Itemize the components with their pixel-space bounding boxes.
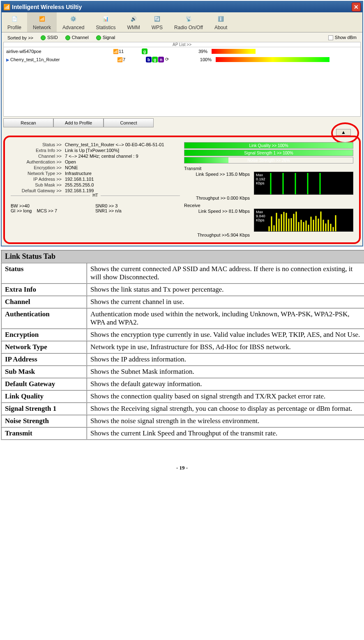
table-row: Link QualityShows the connection quality…	[1, 390, 364, 403]
tab-profile[interactable]: 📄Profile	[2, 12, 27, 32]
tab-about[interactable]: ℹ️About	[209, 12, 233, 32]
ap-row[interactable]: Cherry_test_11n_Router📶7bgn⟳100%	[4, 55, 360, 64]
ht-snr0: SNR0 >> 3	[95, 203, 180, 208]
transmit-title: Transmit	[184, 166, 353, 171]
status-left: Status >>Cherry_test_11n_Router <--> 00-…	[11, 141, 180, 238]
tx-graph: Max 0.192 Kbps	[254, 172, 353, 195]
ht-divider: HT	[11, 196, 180, 201]
window-body: Sorted by >> SSID Channel Signal Show dB…	[2, 32, 362, 246]
status-panel: Status >>Cherry_test_11n_Router <--> 00-…	[3, 136, 361, 244]
status-kv: Default Gateway >>192.168.1.199	[11, 188, 180, 193]
rescan-button[interactable]: Rescan	[3, 118, 53, 127]
tab-network[interactable]: 📶Network	[27, 12, 57, 32]
table-row: Noise StrengthShows the noise signal str…	[1, 415, 364, 427]
ap-list: AP List >> airlive-wl5470poe📶11g39%Cherr…	[3, 42, 361, 117]
status-kv: Network Type >>Infrastructure	[11, 171, 180, 176]
doc-header: Link Status Tab	[1, 250, 364, 263]
table-row: AuthenticationAuthentication mode used w…	[1, 308, 364, 329]
page-number: - 19 -	[0, 465, 364, 471]
tab-advanced[interactable]: ⚙️Advanced	[57, 12, 90, 32]
sort-signal[interactable]: Signal	[96, 35, 115, 40]
table-row: TransmitShows the current Link Speed and…	[1, 427, 364, 440]
status-kv: Sub Mask >>255.255.255.0	[11, 182, 180, 187]
status-kv: Encryption >>NONE	[11, 165, 180, 170]
tab-wmm[interactable]: 🔊WMM	[121, 12, 145, 32]
sorted-by-label: Sorted by >>	[7, 35, 33, 40]
table-row: Network TypeNetwork type in use, Infrast…	[1, 341, 364, 353]
collapse-row: ▲	[3, 129, 361, 136]
table-row: EncryptionShows the encryption type curr…	[1, 329, 364, 341]
window-title: Intelligent Wireless Utiltiy	[12, 4, 352, 10]
rx-graph: Max 9.840 Kbps	[254, 209, 353, 232]
sort-channel[interactable]: Channel	[65, 35, 89, 40]
ht-snr1: SNR1 >> n/a	[95, 208, 180, 213]
rx-link-speed: Link Speed >> 81.0 Mbps	[184, 209, 251, 232]
show-dbm-checkbox[interactable]: Show dBm	[328, 35, 357, 40]
status-right: Link Quality >> 100%Signal Strength 1 >>…	[184, 141, 353, 238]
table-row: Sub MaskShows the Subnet Mask informatio…	[1, 366, 364, 378]
meter: Link Quality >> 100%	[184, 142, 353, 149]
table-row: Extra InfoShows the link status and Tx p…	[1, 283, 364, 296]
ap-list-header: AP List >>	[4, 42, 360, 47]
tab-radio-on-off[interactable]: 📡Radio On/Off	[168, 12, 209, 32]
table-row: IP AddressShows the IP address informati…	[1, 353, 364, 366]
add-to-profile-button[interactable]: Add to Profile	[53, 118, 104, 127]
status-kv: IP Address >>192.168.1.101	[11, 177, 180, 182]
rx-throughput: Throughput >>5.904 Kbps	[184, 233, 251, 237]
table-row: ChannelShows the current channel in use.	[1, 296, 364, 308]
status-kv: Status >>Cherry_test_11n_Router <--> 00-…	[11, 142, 180, 147]
titlebar: 📶 Intelligent Wireless Utiltiy ✕	[2, 2, 362, 12]
table-row: StatusShows the current connected AP SSI…	[1, 263, 364, 283]
tx-throughput: Throughput >> 0.000 Kbps	[184, 196, 251, 200]
action-buttons: Rescan Add to Profile Connect	[3, 118, 361, 127]
status-kv: Authentication >>Open	[11, 159, 180, 164]
tab-statistics[interactable]: 📊Statistics	[90, 12, 121, 32]
ap-row[interactable]: airlive-wl5470poe📶11g39%	[4, 47, 360, 55]
app-icon: 📶	[3, 4, 10, 10]
close-button[interactable]: ✕	[352, 2, 361, 12]
connect-button[interactable]: Connect	[104, 118, 154, 127]
main-toolbar: 📄Profile📶Network⚙️Advanced📊Statistics🔊WM…	[2, 12, 362, 32]
link-status-table: Link Status Tab StatusShows the current …	[1, 250, 364, 440]
app-window: 📶 Intelligent Wireless Utiltiy ✕ 📄Profil…	[1, 1, 363, 246]
ht-gi: GI >> long MCS >> 7	[11, 208, 95, 213]
rx-max: Max 9.840 Kbps	[256, 210, 265, 222]
receive-title: Receive	[184, 203, 353, 208]
collapse-toggle[interactable]: ▲	[336, 129, 351, 136]
status-kv: Channel >>7 <--> 2442 MHz; central chann…	[11, 154, 180, 159]
table-row: Signal Strength 1Shows the Receiving sig…	[1, 403, 364, 415]
sort-ssid[interactable]: SSID	[41, 35, 58, 40]
status-kv: Extra Info >>Link is Up [TxPower:100%]	[11, 148, 180, 153]
tab-wps[interactable]: 🔄WPS	[146, 12, 168, 32]
tx-max: Max 0.192 Kbps	[256, 173, 265, 185]
meter: Noise Strength >> 26%	[184, 157, 353, 163]
meter: Signal Strength 1 >> 100%	[184, 150, 353, 156]
sort-bar: Sorted by >> SSID Channel Signal Show dB…	[3, 34, 361, 41]
table-row: Default GatewayShows the default gateway…	[1, 378, 364, 390]
ht-bw: BW >>40	[11, 203, 95, 208]
tx-link-speed: Link Speed >> 135.0 Mbps	[184, 172, 251, 195]
